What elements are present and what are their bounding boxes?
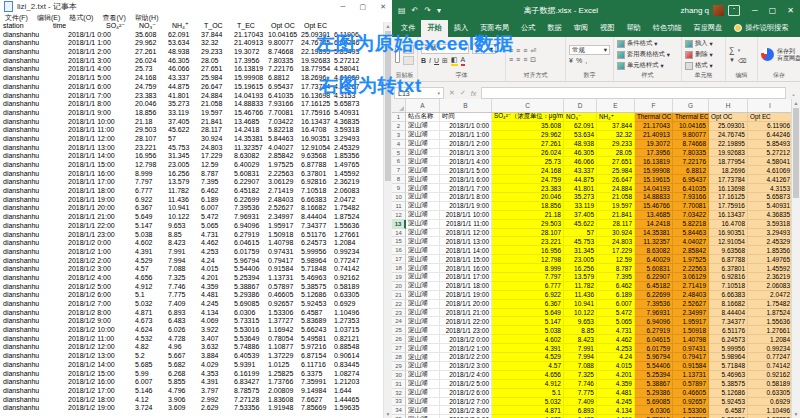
cell[interactable]: 5.96794 [635,353,673,362]
cell[interactable]: 2.0472 [748,291,792,300]
style-button-2[interactable]: 单元格样式▾ [617,61,678,70]
ribbon-tab-5[interactable]: 数据 [541,20,567,37]
row-header-33[interactable]: 33 [392,398,406,407]
cell[interactable]: 3.06129 [673,273,709,282]
cell[interactable]: 淀山湖 [406,300,440,309]
row-header-5[interactable]: 5 [392,149,406,158]
notepad-minimize-button[interactable]: ─ [341,3,346,11]
cell[interactable]: 淀山湖 [406,371,440,380]
cell[interactable]: 6.95437 [673,175,709,184]
cell[interactable]: 18.2696 [709,166,748,175]
row-header-12[interactable]: 12 [392,211,406,220]
cell[interactable]: 7.22176 [673,157,709,166]
baidu-save-button[interactable]: 保存到 百度网盘 [777,48,800,61]
row-header-25[interactable]: 25 [392,326,406,335]
cell[interactable]: 10.122 [564,309,597,318]
cell[interactable]: 4.57 [492,362,564,371]
cell[interactable]: 24.168 [492,166,564,175]
cell[interactable]: 19.92683 [709,149,748,158]
align-right-icon[interactable]: ≡ [523,56,527,63]
cell[interactable]: 7.70081 [673,202,709,211]
cell[interactable]: 5.29386 [635,389,673,398]
cell[interactable]: 6.37801 [709,264,748,273]
cell[interactable]: Thermal OC [635,113,673,122]
cancel-icon[interactable]: ✕ [449,89,455,97]
style-button-0[interactable]: 条件格式▾ [617,39,678,48]
row-header-11[interactable]: 11 [392,202,406,211]
row-header-2[interactable]: 2 [392,122,406,131]
cell[interactable]: 淀山湖 [406,273,440,282]
cell[interactable]: 淀山湖 [406,317,440,326]
cell[interactable]: 14.04193 [635,184,673,193]
cell[interactable]: 2018/1/1 19:00 [440,291,492,300]
cell[interactable]: 2018/1/2 4:00 [440,371,492,380]
cell[interactable]: 23.383 [492,184,564,193]
cell[interactable]: 5.46963 [709,371,748,380]
cell[interactable]: 15.99908 [635,166,673,175]
cell[interactable]: 30.924 [597,229,635,238]
cell[interactable]: 6.01759 [635,344,673,353]
cell[interactable]: 7.96931 [635,309,673,318]
cell[interactable]: 淀山湖 [406,398,440,407]
cell[interactable]: 8.787 [597,264,635,273]
cell[interactable]: 2018/1/1 17:00 [440,273,492,282]
cell[interactable]: 时间 [440,113,492,122]
cell[interactable]: NH₄⁺ [597,113,635,122]
cell[interactable]: 9.653 [564,317,597,326]
cell[interactable]: 5.84463 [673,229,709,238]
borders-button[interactable]: ⊞ [442,57,448,65]
cell[interactable]: 0.99234 [748,344,792,353]
cell[interactable]: 2018/1/1 11:00 [440,220,492,229]
row-header-10[interactable]: 10 [392,193,406,202]
cell[interactable]: 9.63568 [709,246,748,255]
cell[interactable]: 17.16125 [709,193,748,202]
clear-icon[interactable]: ⌫ [738,57,746,64]
cell[interactable]: 2.85842 [673,246,709,255]
cell[interactable]: 5.1 [492,389,564,398]
cell[interactable]: 0.91584 [673,362,709,371]
notepad-menu-item-3[interactable]: 查看(V) [102,13,125,23]
baidu-netdisk-icon[interactable] [761,48,774,61]
cell[interactable]: 11.436 [564,291,597,300]
cell[interactable]: 2018/1/1 4:00 [440,157,492,166]
cell[interactable]: 2018/1/1 20:00 [440,300,492,309]
cell[interactable]: 25.09301 [709,122,748,131]
cell[interactable]: 6.922 [492,291,564,300]
cell[interactable]: 5.032 [492,398,564,407]
row-header-15[interactable]: 15 [392,237,406,246]
cell[interactable]: 37.844 [597,122,635,131]
cell[interactable]: 32.32 [597,131,635,140]
cell[interactable]: 6.22699 [635,291,673,300]
cell[interactable]: 27.651 [597,157,635,166]
excel-scroll-thumb[interactable] [793,108,799,198]
row-header-21[interactable]: 21 [392,291,406,300]
cell[interactable]: 4.731 [597,326,635,335]
cell[interactable]: 6.189 [597,291,635,300]
cell[interactable]: 淀山湖 [406,229,440,238]
cell[interactable]: 18.856 [492,202,564,211]
row-header-18[interactable]: 18 [392,264,406,273]
cell[interactable]: 0.6929 [748,398,792,407]
row-header-9[interactable]: 9 [392,184,406,193]
row-header-32[interactable]: 32 [392,389,406,398]
row-header-23[interactable]: 23 [392,309,406,318]
cell[interactable]: 2.45329 [748,237,792,246]
cell[interactable]: 16.256 [564,264,597,273]
currency-format-icon[interactable]: ¥ [569,57,573,64]
cell[interactable]: 7.994 [564,353,597,362]
cell[interactable]: 2.52627 [673,300,709,309]
cell[interactable]: 淀山湖 [406,344,440,353]
cell[interactable]: 5.472 [597,309,635,318]
excel-vertical-scrollbar[interactable]: ▲ ▼ [791,99,800,418]
cell[interactable]: 淀山湖 [406,211,440,220]
cell[interactable]: 2018/1/1 5:00 [440,166,492,175]
cell[interactable]: 5.69085 [635,398,673,407]
cell[interactable]: 3.59318 [748,220,792,229]
cell[interactable]: 12.59 [597,255,635,264]
cell[interactable]: 9.80077 [673,131,709,140]
cell[interactable]: 7.325 [564,371,597,380]
column-header-I[interactable]: I [748,99,792,112]
share-button[interactable]: 共享 [794,20,800,37]
cell[interactable]: 4.656 [492,371,564,380]
cell[interactable]: 7.746 [564,380,597,389]
